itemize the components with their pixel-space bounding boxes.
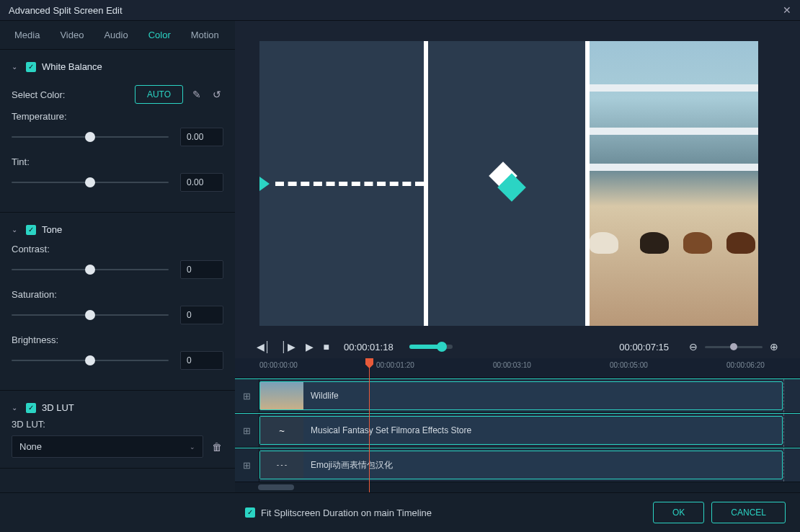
preview-pane-3[interactable] xyxy=(590,41,758,326)
zoom-slider[interactable] xyxy=(705,346,763,348)
ruler-tick: 00:00:01:20 xyxy=(376,361,414,369)
ok-button[interactable]: OK xyxy=(653,502,704,523)
ruler-tick: 00:00:03:10 xyxy=(493,361,531,369)
next-frame-button[interactable]: │▶ xyxy=(281,341,295,353)
tint-label: Tint: xyxy=(12,156,223,167)
reset-icon[interactable]: ↺ xyxy=(210,89,223,100)
fit-duration-label: Fit Splitscreen Duration on main Timelin… xyxy=(261,507,432,518)
tab-color[interactable]: Color xyxy=(138,21,181,49)
white-balance-title: White Balance xyxy=(42,61,102,72)
section-header-3d-lut[interactable]: ⌄ ✓ 3D LUT xyxy=(12,396,223,419)
clip-label: Wildlife xyxy=(311,391,339,401)
stop-button[interactable]: ■ xyxy=(324,341,329,353)
footer: ✓ Fit Splitscreen Duration on main Timel… xyxy=(0,492,800,532)
saturation-slider[interactable] xyxy=(12,306,169,324)
saturation-input[interactable] xyxy=(180,306,223,324)
lut-label: 3D LUT: xyxy=(12,419,223,430)
playhead[interactable] xyxy=(369,358,370,492)
track-icon[interactable]: ⊞ xyxy=(235,414,259,447)
window-title: Advanced Split Screen Edit xyxy=(9,5,123,16)
tone-title: Tone xyxy=(42,224,62,235)
clip[interactable]: Wildlife xyxy=(259,381,783,410)
ruler-tick: 00:00:00:00 xyxy=(259,361,298,369)
clip-thumbnail: ~ xyxy=(260,417,303,444)
tabs: Media Video Audio Color Motion xyxy=(0,21,235,50)
timeline: 00:00:00:00 00:00:01:20 00:00:03:10 00:0… xyxy=(235,358,800,492)
saturation-label: Saturation: xyxy=(12,289,223,300)
checkbox-3d-lut[interactable]: ✓ xyxy=(26,403,36,413)
lut-select[interactable]: None ⌄ xyxy=(12,435,203,458)
temperature-label: Temperature: xyxy=(12,111,223,122)
play-arrow-icon xyxy=(259,177,270,191)
titlebar: Advanced Split Screen Edit ✕ xyxy=(0,0,800,21)
cancel-button[interactable]: CANCEL xyxy=(711,502,786,523)
checkbox-fit-duration[interactable]: ✓ xyxy=(245,507,255,518)
current-time: 00:00:01:18 xyxy=(344,342,394,353)
prev-frame-button[interactable]: ◀│ xyxy=(257,341,271,353)
tint-slider[interactable] xyxy=(12,174,169,191)
timeline-scrollbar[interactable] xyxy=(235,482,800,492)
eyedropper-icon[interactable]: ✎ xyxy=(190,89,203,100)
preview xyxy=(235,21,800,335)
chevron-down-icon: ⌄ xyxy=(12,226,20,234)
logo-icon xyxy=(489,166,525,202)
select-color-label: Select Color: xyxy=(12,89,65,100)
clip[interactable]: - - - Emoji动画表情包汉化 xyxy=(259,451,783,479)
zoom-in-button[interactable]: ⊕ xyxy=(770,341,778,353)
left-panel: Media Video Audio Color Motion ⌄ ✓ White… xyxy=(0,21,235,492)
playback-controls: ◀│ │▶ ▶ ■ 00:00:01:18 00:00:07:15 ⊖ ⊕ xyxy=(235,335,800,358)
tint-input[interactable] xyxy=(180,173,223,192)
checkbox-white-balance[interactable]: ✓ xyxy=(26,62,36,72)
preview-pane-2[interactable] xyxy=(428,41,590,326)
track-icon[interactable]: ⊞ xyxy=(235,448,259,482)
clip-thumbnail: - - - xyxy=(260,451,303,479)
auto-button[interactable]: AUTO xyxy=(135,85,183,104)
temperature-slider[interactable] xyxy=(12,128,169,146)
temperature-input[interactable] xyxy=(180,128,223,146)
lut-selected: None xyxy=(19,441,42,452)
clip-thumbnail xyxy=(260,382,303,409)
right-area: ◀│ │▶ ▶ ■ 00:00:01:18 00:00:07:15 ⊖ ⊕ 0 xyxy=(235,21,800,492)
track-row: ⊞ Wildlife xyxy=(235,378,800,413)
clip-label: Emoji动画表情包汉化 xyxy=(311,459,393,471)
checkbox-tone[interactable]: ✓ xyxy=(26,225,36,235)
timeline-ruler[interactable]: 00:00:00:00 00:00:01:20 00:00:03:10 00:0… xyxy=(235,358,800,378)
brightness-label: Brightness: xyxy=(12,334,223,345)
close-icon[interactable]: ✕ xyxy=(783,4,791,16)
section-header-white-balance[interactable]: ⌄ ✓ White Balance xyxy=(12,56,223,78)
chevron-down-icon: ⌄ xyxy=(12,404,20,412)
tab-audio[interactable]: Audio xyxy=(94,21,138,49)
brightness-slider[interactable] xyxy=(12,352,169,369)
tab-motion[interactable]: Motion xyxy=(181,21,229,49)
duration-time: 00:00:07:15 xyxy=(619,342,669,353)
clip[interactable]: ~ Musical Fantasy Set Filmora Effects St… xyxy=(259,416,783,445)
lut-title: 3D LUT xyxy=(42,402,74,413)
brightness-input[interactable] xyxy=(180,351,223,370)
track-icon[interactable]: ⊞ xyxy=(235,379,259,412)
volume-slider[interactable] xyxy=(409,345,453,349)
zoom-out-button[interactable]: ⊖ xyxy=(689,341,698,353)
contrast-input[interactable] xyxy=(180,260,223,279)
section-tone: ⌄ ✓ Tone Contrast: Saturation: xyxy=(0,213,235,391)
section-3d-lut: ⌄ ✓ 3D LUT 3D LUT: None ⌄ 🗑 xyxy=(0,391,235,469)
ruler-tick: 00:00:06:20 xyxy=(726,361,765,369)
ruler-tick: 00:00:05:00 xyxy=(610,361,648,369)
contrast-slider[interactable] xyxy=(12,261,169,278)
chevron-down-icon: ⌄ xyxy=(12,63,20,71)
clip-label: Musical Fantasy Set Filmora Effects Stor… xyxy=(311,425,471,435)
delete-icon[interactable]: 🗑 xyxy=(210,441,223,453)
preview-pane-1[interactable] xyxy=(259,41,428,326)
section-header-tone[interactable]: ⌄ ✓ Tone xyxy=(12,218,223,241)
track-row: ⊞ ~ Musical Fantasy Set Filmora Effects … xyxy=(235,413,800,448)
play-button[interactable]: ▶ xyxy=(306,341,314,353)
chevron-down-icon: ⌄ xyxy=(190,443,195,451)
track-row: ⊞ - - - Emoji动画表情包汉化 xyxy=(235,448,800,482)
tab-video[interactable]: Video xyxy=(50,21,94,49)
contrast-label: Contrast: xyxy=(12,244,223,254)
tab-media[interactable]: Media xyxy=(4,21,50,49)
section-white-balance: ⌄ ✓ White Balance Select Color: AUTO ✎ ↺… xyxy=(0,50,235,213)
